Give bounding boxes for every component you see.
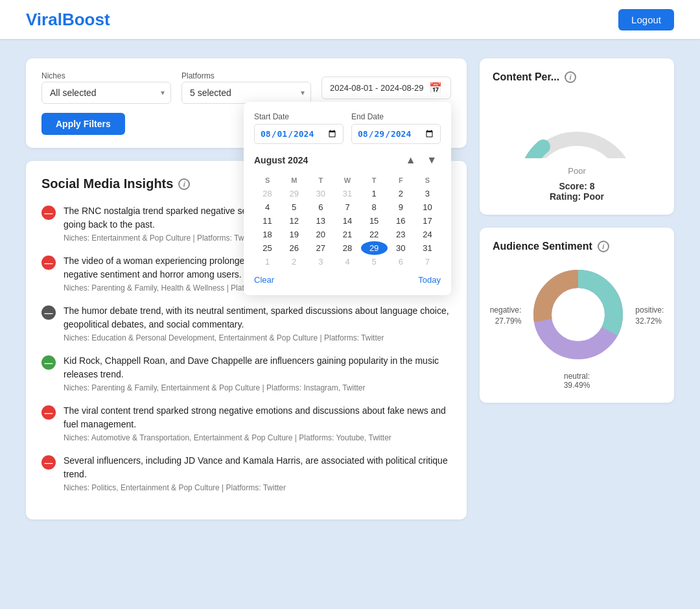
cal-day[interactable]: 3: [307, 255, 334, 269]
date-range-display: 2024-08-01 - 2024-08-29: [330, 83, 424, 93]
gauge-poor-label: Poor: [568, 166, 585, 176]
cal-day[interactable]: 8: [361, 200, 388, 214]
cal-day[interactable]: 2: [388, 187, 414, 200]
end-date-input[interactable]: [351, 124, 441, 144]
cal-day-s1: S: [254, 174, 281, 187]
donut-chart: [526, 263, 630, 369]
content-performance-info-icon: i: [565, 71, 576, 83]
cal-month-label: August 2024: [254, 155, 308, 165]
start-date-label: Start Date: [254, 112, 344, 121]
cal-clear-button[interactable]: Clear: [254, 275, 274, 285]
niches-select[interactable]: All selected: [41, 82, 171, 104]
cal-day[interactable]: 30: [388, 241, 414, 255]
sentiment-dot-positive: [41, 355, 56, 370]
cal-day[interactable]: 28: [334, 241, 360, 255]
neutral-legend: neutral: 39.49%: [493, 372, 661, 390]
insights-info-icon: i: [178, 178, 190, 190]
right-column: Content Per... i Poor Score: 8 Rating: P…: [480, 58, 674, 519]
svg-point-3: [552, 289, 604, 340]
cal-day[interactable]: 2: [281, 255, 307, 269]
cal-day[interactable]: 15: [361, 214, 388, 228]
cal-day[interactable]: 9: [388, 200, 414, 214]
cal-day[interactable]: 21: [334, 228, 360, 241]
cal-day[interactable]: 29: [281, 187, 307, 200]
insight-text: Several influencers, including JD Vance …: [64, 454, 451, 481]
cal-day[interactable]: 7: [414, 255, 441, 269]
cal-day[interactable]: 31: [334, 187, 360, 200]
platforms-filter: Platforms 5 selected ▾: [181, 71, 311, 104]
logout-button[interactable]: Logout: [618, 9, 674, 30]
apply-filters-button[interactable]: Apply Filters: [41, 113, 125, 135]
cal-day[interactable]: 17: [414, 214, 441, 228]
gauge-wrap: [512, 93, 642, 158]
cal-day[interactable]: 27: [307, 241, 334, 255]
sentiment-dot-negative: [41, 455, 56, 470]
app-logo: ViralBoost: [26, 10, 110, 30]
gauge-container: Poor Score: 8 Rating: Poor: [493, 93, 661, 202]
cal-day[interactable]: 7: [334, 200, 360, 214]
cal-nav-buttons: ▲ ▼: [402, 153, 441, 167]
cal-footer: Clear Today: [254, 275, 441, 285]
cal-day[interactable]: 4: [254, 200, 281, 214]
cal-day[interactable]: 4: [334, 255, 360, 269]
insight-meta: Niches: Politics, Entertainment & Pop Cu…: [64, 483, 451, 492]
end-date-field: End Date: [351, 112, 441, 144]
cal-day[interactable]: 6: [307, 200, 334, 214]
main-content: Niches All selected ▾ Platforms 5 select…: [0, 39, 700, 539]
cal-day[interactable]: 13: [307, 214, 334, 228]
filter-row-top: Niches All selected ▾ Platforms 5 select…: [41, 71, 451, 104]
niches-label: Niches: [41, 71, 171, 80]
insight-text: Kid Rock, Chappell Roan, and Dave Chappe…: [64, 354, 451, 381]
cal-day[interactable]: 1: [361, 187, 388, 200]
cal-day[interactable]: 22: [361, 228, 388, 241]
end-date-label: End Date: [351, 112, 441, 121]
cal-day[interactable]: 24: [414, 228, 441, 241]
cal-day[interactable]: 18: [254, 228, 281, 241]
cal-next-button[interactable]: ▼: [423, 153, 441, 167]
cal-day-m: M: [281, 174, 307, 187]
cal-day[interactable]: 29: [361, 241, 388, 255]
date-range-input[interactable]: 2024-08-01 - 2024-08-29 📅: [321, 77, 451, 99]
cal-prev-button[interactable]: ▲: [402, 153, 420, 167]
cal-day[interactable]: 19: [281, 228, 307, 241]
audience-sentiment-card: Audience Sentiment i negative: 27.79%: [480, 228, 674, 403]
negative-legend: negative: 27.79%: [490, 305, 522, 327]
cal-day[interactable]: 30: [307, 187, 334, 200]
cal-day[interactable]: 16: [388, 214, 414, 228]
sentiment-dot-neutral: [41, 305, 56, 320]
start-date-input[interactable]: [254, 124, 344, 144]
insight-meta: Niches: Education & Personal Development…: [64, 333, 451, 342]
cal-day[interactable]: 23: [388, 228, 414, 241]
cal-day[interactable]: 28: [254, 187, 281, 200]
insight-meta: Niches: Automotive & Transportation, Ent…: [64, 433, 451, 442]
cal-day[interactable]: 10: [414, 200, 441, 214]
cal-date-inputs: Start Date End Date: [254, 112, 441, 144]
calendar-icon: 📅: [429, 82, 442, 94]
score-label: Score: 8: [559, 181, 594, 191]
insight-meta: Niches: Parenting & Family, Entertainmen…: [64, 383, 451, 392]
cal-day[interactable]: 20: [307, 228, 334, 241]
cal-header: August 2024 ▲ ▼: [254, 153, 441, 167]
cal-day[interactable]: 25: [254, 241, 281, 255]
gauge-svg: [512, 93, 642, 158]
cal-day[interactable]: 5: [361, 255, 388, 269]
header: ViralBoost Logout: [0, 0, 700, 39]
cal-day[interactable]: 1: [254, 255, 281, 269]
cal-day-t2: T: [361, 174, 388, 187]
cal-day[interactable]: 14: [334, 214, 360, 228]
cal-day[interactable]: 3: [414, 187, 441, 200]
donut-svg: [526, 263, 630, 366]
cal-day[interactable]: 26: [281, 241, 307, 255]
platforms-select[interactable]: 5 selected: [181, 82, 311, 104]
insight-item: The humor debate trend, with its neutral…: [41, 304, 451, 342]
cal-day[interactable]: 6: [388, 255, 414, 269]
cal-day-f: F: [388, 174, 414, 187]
cal-day[interactable]: 12: [281, 214, 307, 228]
cal-day[interactable]: 31: [414, 241, 441, 255]
date-range-container: 2024-08-01 - 2024-08-29 📅 Start Date: [321, 77, 451, 99]
cal-today-button[interactable]: Today: [418, 275, 441, 285]
niches-filter: Niches All selected ▾: [41, 71, 171, 104]
cal-day[interactable]: 5: [281, 200, 307, 214]
insight-item: Kid Rock, Chappell Roan, and Dave Chappe…: [41, 354, 451, 392]
cal-day[interactable]: 11: [254, 214, 281, 228]
